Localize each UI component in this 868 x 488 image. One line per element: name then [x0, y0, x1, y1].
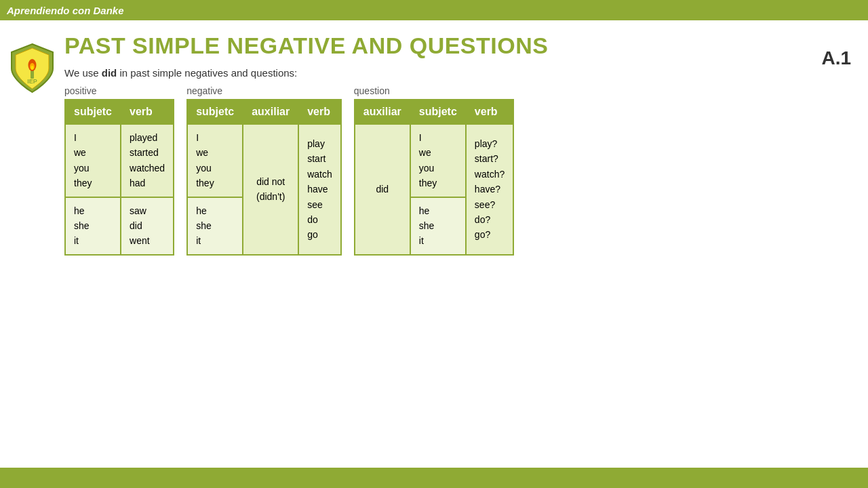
question-label: question [354, 85, 514, 96]
negative-auxiliar-cell: did not(didn't) [243, 124, 298, 255]
svg-point-3 [31, 66, 34, 70]
table-row: did Iweyouthey play?start?watch?have?see… [355, 124, 513, 197]
positive-section: positive subjetc verb Iweyouthey playeds… [64, 85, 174, 256]
main-title: PAST SIMPLE NEGATIVE AND QUESTIONS [64, 33, 854, 59]
shield-icon: IEP [10, 43, 54, 94]
negative-subjects-1: Iweyouthey [187, 124, 243, 197]
slide-number: A.1 [821, 47, 851, 69]
question-subjects-1: Iweyouthey [410, 124, 466, 197]
positive-subjects-1: Iweyouthey [65, 124, 121, 197]
table-row: Iweyouthey playedstartedwatchedhad [65, 124, 174, 197]
positive-label: positive [64, 85, 174, 96]
negative-header-verb: verb [298, 100, 341, 124]
subtitle-suffix: in past simple negatives and questions: [117, 67, 297, 79]
svg-text:IEP: IEP [27, 78, 37, 85]
question-header-auxiliar: auxiliar [355, 100, 410, 124]
negative-section: negative subjetc auxiliar verb Iweyouthe… [186, 85, 342, 256]
question-header-verb: verb [466, 100, 513, 124]
tables-row: positive subjetc verb Iweyouthey playeds… [64, 85, 854, 256]
negative-verbs-cell: playstartwatchhaveseedogo [298, 124, 341, 255]
table-row: hesheit sawdidwent [65, 197, 174, 255]
negative-subjects-2: hesheit [187, 197, 243, 255]
positive-verbs-1: playedstartedwatchedhad [121, 124, 174, 197]
bottom-bar [0, 468, 868, 488]
top-bar: Aprendiendo con Danke [0, 0, 868, 20]
negative-label: negative [186, 85, 342, 96]
positive-table: subjetc verb Iweyouthey playedstartedwat… [64, 99, 174, 256]
positive-header-subjetc: subjetc [65, 100, 121, 124]
negative-header-subjetc: subjetc [187, 100, 243, 124]
question-section: question auxiliar subjetc verb did Iweyo… [354, 85, 514, 256]
question-table: auxiliar subjetc verb did Iweyouthey pla… [354, 99, 514, 256]
positive-verbs-2: sawdidwent [121, 197, 174, 255]
question-subjects-2: hesheit [410, 197, 466, 255]
question-verbs-cell: play?start?watch?have?see?do?go? [466, 124, 513, 255]
question-header-subjetc: subjetc [410, 100, 466, 124]
negative-table: subjetc auxiliar verb Iweyouthey did not… [186, 99, 342, 256]
question-auxiliar-cell: did [355, 124, 410, 255]
subtitle-keyword: did [102, 67, 117, 79]
logo: IEP [7, 41, 58, 95]
positive-subjects-2: hesheit [65, 197, 121, 255]
main-content: A.1 IEP PAST SIMPLE NEGATIVE AND QUESTIO… [0, 20, 868, 468]
table-row: Iweyouthey did not(didn't) playstartwatc… [187, 124, 341, 197]
subtitle-prefix: We use [64, 67, 102, 79]
positive-header-verb: verb [121, 100, 174, 124]
subtitle: We use did in past simple negatives and … [64, 67, 854, 79]
top-bar-title: Aprendiendo con Danke [7, 5, 124, 16]
negative-header-auxiliar: auxiliar [243, 100, 298, 124]
